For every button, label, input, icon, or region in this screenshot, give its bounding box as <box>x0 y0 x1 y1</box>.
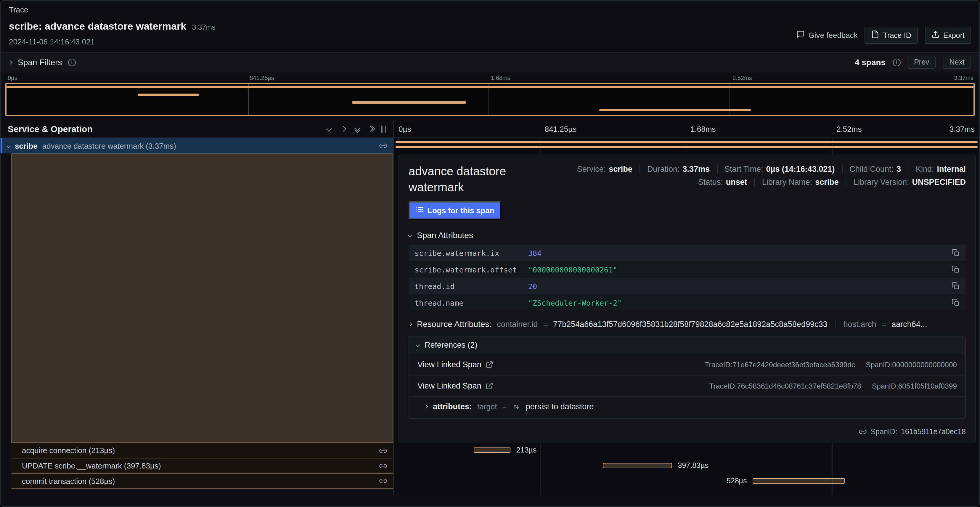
view-linked-span-label: View Linked Span <box>417 360 481 369</box>
span-row-child[interactable]: commit transaction (528µs) <box>11 473 393 489</box>
trace-detail-page: Trace scribe: advance datastore watermar… <box>0 0 980 507</box>
span-count: 4 spans <box>855 57 886 67</box>
copy-icon[interactable] <box>951 249 960 257</box>
chevron-down-icon <box>416 343 420 347</box>
span-bar-root-children[interactable] <box>396 146 978 148</box>
tick-label: 2.52ms <box>832 124 862 133</box>
span-tree-panel: Service & Operation scribe advance datas… <box>1 120 394 495</box>
panel-resize-handle[interactable] <box>381 125 386 132</box>
waterfall-panel: 0µs 841.25µs 1.68ms 2.52ms 3.37ms 213µs <box>394 120 979 495</box>
span-label: commit transaction (528µs) <box>22 477 374 485</box>
link-icon[interactable] <box>379 142 387 150</box>
attribute-row: thread.name "ZScheduler-Worker-2" <box>409 294 966 311</box>
link-icon[interactable] <box>379 477 387 485</box>
link-icon[interactable] <box>379 462 387 470</box>
trace-id-label: Trace ID <box>883 31 911 39</box>
trace-id-value: TraceID:76c58361d46c08761c37ef5821e8fb78 <box>710 382 861 390</box>
meta-label: Status: <box>698 178 723 187</box>
span-bar[interactable] <box>603 463 672 468</box>
span-attributes-toggle[interactable]: Span Attributes <box>409 230 966 240</box>
waterfall-row-child: 528µs <box>394 473 979 489</box>
reference-attributes-toggle[interactable]: attributes: target = persist to datastor… <box>409 397 965 418</box>
span-bar[interactable] <box>753 478 845 484</box>
copy-icon[interactable] <box>951 265 960 274</box>
resource-key: container.id <box>497 320 538 328</box>
tick-label: 841.25µs <box>247 75 274 81</box>
waterfall-row-root <box>394 138 979 153</box>
divider <box>835 320 835 328</box>
trace-timestamp: 2024-11-06 14:16:43.021 <box>9 37 216 46</box>
gridline <box>488 84 489 115</box>
waterfall-ticks: 0µs 841.25µs 1.68ms 2.52ms 3.37ms <box>394 120 979 138</box>
tick-label: 3.37ms <box>950 124 979 133</box>
export-icon <box>931 30 940 40</box>
info-icon[interactable] <box>68 58 75 66</box>
tick-label: 3.37ms <box>954 75 975 81</box>
span-id-label: SpanID: <box>870 427 897 436</box>
breadcrumb-label: Trace <box>9 5 29 14</box>
expand-all-icon[interactable] <box>369 127 373 131</box>
attribute-key: thread.name <box>415 298 528 307</box>
tick-label: 2.52ms <box>730 75 752 81</box>
logs-for-span-button[interactable]: Logs for this span <box>409 201 501 220</box>
attribute-row: thread.id 20 <box>409 278 966 294</box>
export-button[interactable]: Export <box>925 27 971 44</box>
minimap-brush[interactable] <box>5 83 975 116</box>
collapse-all-icon[interactable] <box>355 127 360 131</box>
prev-button[interactable]: Prev <box>907 56 935 69</box>
reference-row: View Linked Span TraceID:71e67e2420deeef… <box>409 354 965 376</box>
attribute-value: "000000000000000261" <box>528 265 951 274</box>
meta-value: 3 <box>897 165 901 174</box>
link-icon[interactable] <box>379 446 387 454</box>
minimap-span-bar <box>352 101 466 104</box>
info-icon[interactable] <box>892 58 900 66</box>
span-details-panel: advance datastore watermark Service:scri… <box>399 155 976 442</box>
meta-value: internal <box>937 165 966 174</box>
resource-key: host.arch <box>843 320 876 328</box>
next-button[interactable]: Next <box>943 56 971 69</box>
chevron-down-icon <box>408 233 412 237</box>
resource-value: 77b254a66a13f57d6096f35831b28f58f79828a6… <box>553 320 827 328</box>
span-row-child[interactable]: UPDATE scribe.__watermark (397.83µs) <box>11 458 393 473</box>
attribute-row: scribe.watermark.ix 384 <box>409 245 966 261</box>
meta-label: Duration: <box>647 165 680 174</box>
span-bar[interactable] <box>473 448 511 453</box>
minimap-span-bar <box>599 109 751 112</box>
document-icon <box>871 30 880 40</box>
meta-value: scribe <box>815 178 839 187</box>
collapse-icon[interactable] <box>326 126 332 132</box>
view-linked-span-button[interactable]: View Linked Span <box>417 381 493 390</box>
tick-label: 1.68ms <box>488 75 511 81</box>
feedback-icon <box>797 30 805 40</box>
meta-label: Child Count: <box>850 165 894 174</box>
meta-value: 3.37ms <box>682 165 710 174</box>
minimap-ticks: 0µs 841.25µs 1.68ms 2.52ms 3.37ms <box>5 75 975 83</box>
span-label: acquire connection (213µs) <box>22 446 374 455</box>
span-id-value: SpanID:0000000000000000 <box>866 360 957 369</box>
attribute-value: 384 <box>528 249 951 257</box>
references-toggle[interactable]: References (2) <box>409 336 965 354</box>
attribute-value: 20 <box>528 282 951 290</box>
meta-value: unset <box>726 178 747 187</box>
copy-icon[interactable] <box>951 298 960 307</box>
expand-icon[interactable] <box>340 126 346 132</box>
span-row-child[interactable]: acquire connection (213µs) <box>11 442 393 458</box>
copy-icon[interactable] <box>951 282 960 290</box>
attribute-value: "ZScheduler-Worker-2" <box>528 298 951 307</box>
span-attributes-table: scribe.watermark.ix 384 scribe.watermark… <box>409 245 966 311</box>
span-filters-toggle[interactable]: Span Filters <box>9 57 75 67</box>
tick-label: 0µs <box>5 75 18 81</box>
view-linked-span-button[interactable]: View Linked Span <box>417 360 493 369</box>
span-bar-root[interactable] <box>396 141 978 143</box>
span-duration-label: 528µs <box>727 477 747 485</box>
chevron-right-icon <box>424 405 428 409</box>
panel-title: Service & Operation <box>8 124 327 134</box>
resource-attributes-toggle[interactable]: Resource Attributes: container.id = 77b2… <box>409 319 966 329</box>
chevron-down-icon[interactable] <box>6 143 11 148</box>
span-row-root[interactable]: scribe advance datastore watermark (3.37… <box>1 138 393 153</box>
equals-sign: = <box>503 402 507 411</box>
link-icon <box>859 427 867 436</box>
give-feedback-button[interactable]: Give feedback <box>797 30 858 40</box>
trace-id-button[interactable]: Trace ID <box>865 27 918 44</box>
meta-label: Library Name: <box>762 178 813 187</box>
